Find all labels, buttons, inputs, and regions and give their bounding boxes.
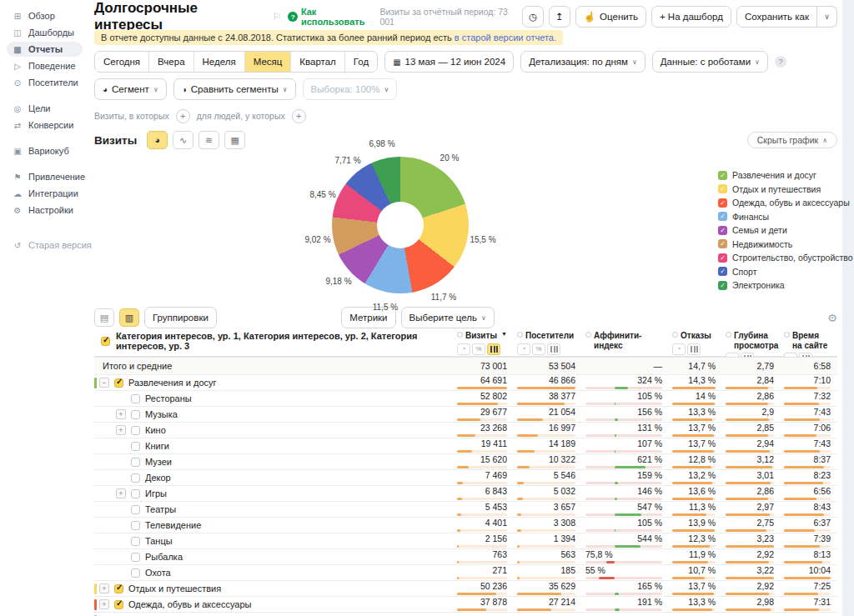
pie-view-toggle-icon[interactable]: ◔ (457, 343, 470, 355)
bars-view-toggle-icon[interactable] (487, 343, 500, 355)
old-version-report-link[interactable]: в старой версии отчета. (455, 33, 556, 43)
legend-checkbox[interactable]: ✓ (718, 226, 727, 235)
sidebar-item[interactable]: ▣Вариокуб (7, 143, 83, 158)
sidebar-item[interactable]: ◫Дашборды (7, 25, 83, 40)
row-checkbox[interactable] (131, 426, 140, 435)
sidebar-item[interactable]: ▦Отчеты (7, 42, 83, 57)
table-row[interactable]: Театры5 4533 657547 %11,3 %2,978:43 (94, 502, 837, 518)
legend-item[interactable]: ✓Развлечения и досуг (718, 170, 854, 180)
period-tab[interactable]: Сегодня (95, 52, 149, 72)
row-checkbox[interactable] (131, 394, 140, 403)
help-icon[interactable]: ? (775, 56, 786, 68)
table-row[interactable]: +Игры6 8435 032146 %13,6 %2,866:56 (94, 486, 837, 502)
row-checkbox[interactable] (114, 584, 123, 593)
area-chart-toggle[interactable]: ≋ (198, 131, 219, 149)
save-as-button[interactable]: Сохранить как (736, 6, 817, 28)
legend-checkbox[interactable]: ✓ (718, 267, 727, 276)
legend-item[interactable]: ✓Спорт (718, 267, 854, 277)
table-row[interactable]: +Отдых и путешествия50 23635 629165 %13,… (94, 581, 837, 597)
sidebar-item[interactable]: ⚙Настройки (7, 203, 83, 218)
sidebar-item[interactable]: ⊙Посетители (7, 75, 83, 90)
percent-view-toggle-icon[interactable]: % (532, 343, 545, 355)
table-row[interactable]: +Одежда, обувь и аксессуары37 87827 2141… (94, 597, 837, 613)
period-tab[interactable]: Вчера (149, 52, 193, 72)
legend-checkbox[interactable]: ✓ (718, 184, 727, 193)
sidebar-item[interactable]: ⊞Обзор (7, 8, 83, 23)
groupings-button[interactable]: Группировки (144, 307, 217, 328)
sidebar-item[interactable]: ☁Интеграции (7, 186, 83, 201)
how-to-use-link[interactable]: ? Как использовать (288, 7, 379, 27)
compare-segments-button[interactable]: ◑ Сравнить сегменты∨ (173, 78, 296, 100)
table-row[interactable]: Рыбалка76356375,8 %11,9 %2,928:13 (94, 549, 837, 565)
table-row[interactable]: Танцы2 1561 394544 %12,3 %3,237:39 (94, 533, 837, 549)
tree-view-toggle[interactable]: ▥ (119, 308, 139, 327)
sidebar-item[interactable]: ⇄Конверсии (7, 118, 83, 133)
legend-item[interactable]: ✓Электроника (718, 280, 854, 290)
bookmark-icon[interactable]: ⚐ (273, 11, 282, 23)
row-checkbox[interactable] (131, 442, 140, 451)
legend-item[interactable]: ✓Финансы (718, 212, 854, 222)
row-checkbox[interactable] (131, 473, 140, 483)
expand-button[interactable]: + (116, 425, 126, 435)
legend-item[interactable]: ✓Отдых и путешествия (718, 184, 854, 194)
sidebar-item[interactable]: ↺Старая версия (7, 238, 83, 253)
expand-button[interactable]: + (116, 488, 126, 498)
row-checkbox[interactable] (131, 568, 140, 578)
row-checkbox[interactable] (131, 521, 140, 530)
table-row[interactable] (94, 613, 837, 616)
legend-checkbox[interactable]: ✓ (718, 212, 727, 221)
add-people-filter-button[interactable]: + (292, 109, 306, 123)
row-checkbox[interactable] (131, 458, 140, 467)
expand-button[interactable]: + (99, 599, 109, 609)
period-tab[interactable]: Неделя (194, 52, 245, 72)
table-row[interactable]: +Музыка29 67721 054156 %13,3 %2,97:43 (94, 407, 837, 423)
bars-view-toggle-icon[interactable] (547, 343, 560, 355)
row-checkbox[interactable] (114, 600, 123, 609)
table-row[interactable]: +Кино23 26816 997131 %13,7 %2,857:06 (94, 423, 837, 438)
row-checkbox[interactable] (131, 537, 140, 546)
dimension-header[interactable]: Категория интересов, ур. 1, Категория ин… (94, 331, 447, 351)
period-tab[interactable]: Месяц (245, 52, 292, 72)
table-settings-gear-icon[interactable]: ⚙ (827, 312, 837, 324)
legend-checkbox[interactable]: ✓ (718, 253, 727, 263)
table-row[interactable]: Телевидение4 4013 308105 %13,9 %2,756:37 (94, 518, 837, 533)
sidebar-item[interactable]: ▷Поведение (7, 58, 83, 73)
legend-item[interactable]: ✓Недвижимость (718, 239, 854, 249)
history-button[interactable]: ◷ (522, 6, 544, 28)
legend-checkbox[interactable]: ✓ (718, 198, 727, 208)
table-row[interactable]: Музеи15 62010 322621 %12,8 %3,128:37 (94, 454, 837, 470)
table-row[interactable]: Охота27118555 %10,7 %3,2210:04 (94, 565, 837, 581)
row-checkbox[interactable] (131, 505, 140, 514)
pie-view-toggle-icon[interactable]: ◔ (517, 343, 530, 355)
expand-button[interactable]: + (116, 409, 126, 419)
legend-checkbox[interactable]: ✓ (718, 281, 727, 290)
donut-chart-toggle[interactable]: ◕ (147, 131, 168, 149)
row-checkbox[interactable] (131, 553, 140, 562)
date-range-button[interactable]: ▦ 13 мая — 12 июн 2024 (384, 51, 514, 73)
add-to-dashboard-button[interactable]: + На дашборд (651, 6, 731, 28)
row-checkbox[interactable] (131, 410, 140, 419)
sidebar-item[interactable]: ⚑Привлечение (7, 169, 83, 184)
rate-button[interactable]: ☝Оценить (575, 6, 646, 28)
period-tab[interactable]: Квартал (291, 52, 344, 72)
save-as-caret-button[interactable]: ∨ (817, 6, 837, 28)
table-row[interactable]: Декор7 4695 546159 %13,2 %3,018:23 (94, 470, 837, 486)
hide-chart-button[interactable]: Скрыть график∧ (747, 132, 837, 148)
data-mode-dropdown[interactable]: Данные: с роботами∨ (652, 51, 768, 73)
segment-button[interactable]: ◕ Сегмент∨ (94, 78, 167, 100)
expand-button[interactable]: + (99, 583, 109, 593)
table-row[interactable]: Книги19 41114 189107 %13,7 %2,947:43 (94, 438, 837, 454)
bars-view-toggle-icon[interactable] (687, 343, 701, 355)
flat-view-toggle[interactable]: ▤ (94, 308, 114, 327)
collapse-button[interactable]: − (99, 378, 109, 388)
export-button[interactable]: ↥ (549, 6, 570, 28)
table-row[interactable]: Рестораны52 80238 377105 %14 %2,867:32 (94, 391, 837, 407)
row-checkbox[interactable] (131, 489, 140, 498)
legend-checkbox[interactable]: ✓ (718, 239, 727, 248)
legend-item[interactable]: ✓Одежда, обувь и аксессуары (718, 198, 854, 208)
period-tab[interactable]: Год (345, 52, 377, 72)
percent-view-toggle-icon[interactable]: % (472, 343, 485, 355)
line-chart-toggle[interactable]: ∿ (173, 131, 193, 149)
table-row[interactable]: −Развлечения и досуг64 69146 866324 %14,… (94, 375, 837, 391)
sample-dropdown[interactable]: Выборка: 100%∨ (303, 78, 398, 100)
